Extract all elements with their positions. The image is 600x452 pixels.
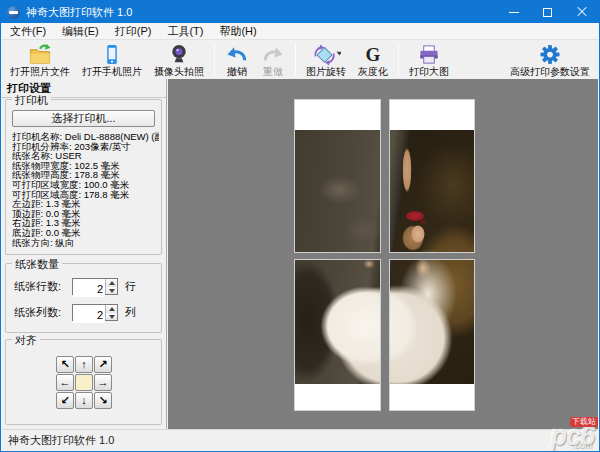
printer-info-line: 右边距: 1.3 毫米 bbox=[12, 218, 159, 228]
print-page-tile-2 bbox=[389, 99, 475, 253]
align-right-button[interactable]: → bbox=[94, 374, 112, 391]
align-center-button[interactable] bbox=[75, 374, 93, 391]
photo-bride bbox=[295, 130, 381, 253]
close-button[interactable] bbox=[565, 1, 599, 23]
menubar: 文件(F) 编辑(E) 打印(P) 工具(T) 帮助(H) bbox=[2, 23, 598, 40]
printer-info-line: 纸张名称: USER bbox=[12, 151, 159, 161]
printer-info-line: 纸张方向: 纵向 bbox=[12, 238, 159, 248]
pc6-watermark: pc6.com 下载站 bbox=[550, 423, 594, 449]
status-text: 神奇大图打印软件 1.0 bbox=[8, 434, 114, 446]
minimize-button[interactable] bbox=[497, 1, 531, 23]
phone-photos-icon bbox=[100, 43, 124, 66]
webcam-icon bbox=[167, 43, 191, 66]
print-page-tile-1 bbox=[294, 99, 381, 253]
spin-up-button[interactable] bbox=[106, 305, 117, 313]
toolbar-separator bbox=[295, 43, 296, 76]
printer-info-line: 纸张物理宽度: 102.5 毫米 bbox=[12, 161, 159, 171]
align-up-right-button[interactable]: ↗ bbox=[94, 356, 112, 373]
menu-help[interactable]: 帮助(H) bbox=[211, 23, 264, 39]
grayscale-g-icon: G bbox=[366, 43, 381, 66]
rotate-image-button[interactable]: 图片旋转 bbox=[301, 40, 351, 79]
spin-up-button[interactable] bbox=[106, 279, 117, 287]
print-large-image-button[interactable]: 打印大图 bbox=[404, 40, 454, 79]
printer-info-line: 可打印区域宽度: 100.0 毫米 bbox=[12, 180, 159, 190]
print-page-tile-4 bbox=[389, 259, 475, 411]
menu-print[interactable]: 打印(P) bbox=[107, 23, 160, 39]
paper-rows-spinner[interactable] bbox=[72, 278, 118, 295]
paper-count-group-title: 纸张数量 bbox=[12, 257, 62, 272]
paper-cols-input[interactable] bbox=[73, 308, 105, 323]
toolbar-separator bbox=[398, 43, 399, 76]
advanced-print-settings-button[interactable]: 高级打印参数设置 bbox=[505, 40, 595, 79]
printer-group-title: 打印机 bbox=[12, 93, 51, 108]
printer-info-line: 打印机分辨率: 203像素/英寸 bbox=[12, 142, 159, 152]
printer-info-line: 顶边距: 0.0 毫米 bbox=[12, 209, 159, 219]
paper-cols-row: 纸张列数: 列 bbox=[14, 304, 136, 321]
menu-file[interactable]: 文件(F) bbox=[2, 23, 54, 39]
rotate-image-icon bbox=[311, 43, 341, 66]
maximize-button[interactable] bbox=[531, 1, 565, 23]
print-settings-panel: 打印设置 打印机 选择打印机... 打印机名称: Deli DL-8888(NE… bbox=[2, 79, 167, 429]
app-icon bbox=[7, 6, 20, 19]
paper-cols-label: 纸张列数: bbox=[14, 305, 72, 320]
print-page-tile-3 bbox=[294, 259, 381, 411]
photo-bride bbox=[389, 259, 475, 384]
align-pad: ↖ ↑ ↗ ← → ↙ ↓ ↘ bbox=[56, 356, 112, 409]
photo-bride bbox=[389, 130, 475, 253]
toolbar-separator bbox=[214, 43, 215, 76]
print-large-icon bbox=[417, 43, 441, 66]
printer-info-line: 打印机名称: Deli DL-8888(NEW) (副本 1 bbox=[12, 132, 159, 142]
watermark-badge: 下载站 bbox=[570, 417, 598, 427]
grayscale-button[interactable]: G 灰度化 bbox=[353, 40, 393, 79]
printer-info-line: 可打印区域高度: 178.8 毫米 bbox=[12, 190, 159, 200]
printer-info: 打印机名称: Deli DL-8888(NEW) (副本 1 打印机分辨率: 2… bbox=[12, 132, 159, 247]
maximize-icon bbox=[543, 8, 552, 17]
align-down-button[interactable]: ↓ bbox=[75, 392, 93, 409]
paper-rows-input[interactable] bbox=[73, 282, 105, 297]
body: 打印设置 打印机 选择打印机... 打印机名称: Deli DL-8888(NE… bbox=[2, 79, 598, 429]
paper-rows-unit: 行 bbox=[125, 279, 136, 294]
watermark-com: .com bbox=[572, 440, 592, 450]
paper-count-group: 纸张数量 纸张行数: 行 纸张列数: 列 bbox=[5, 263, 162, 333]
align-group-title: 对齐 bbox=[12, 333, 40, 348]
align-up-button[interactable]: ↑ bbox=[75, 356, 93, 373]
printer-group: 打印机 选择打印机... 打印机名称: Deli DL-8888(NEW) (副… bbox=[5, 99, 162, 255]
paper-cols-spinner[interactable] bbox=[72, 304, 118, 321]
photo-bride bbox=[295, 259, 381, 384]
menu-tools[interactable]: 工具(T) bbox=[159, 23, 211, 39]
statusbar: 神奇大图打印软件 1.0 bbox=[2, 429, 598, 450]
spin-down-button[interactable] bbox=[106, 313, 117, 321]
titlebar: 神奇大图打印软件 1.0 bbox=[1, 1, 599, 23]
app-window: 神奇大图打印软件 1.0 文件(F) 编辑(E) 打印(P) 工具(T) 帮助(… bbox=[0, 0, 600, 452]
paper-cols-unit: 列 bbox=[125, 305, 136, 320]
redo-button[interactable]: 重做 bbox=[256, 40, 290, 79]
open-phone-photos-button[interactable]: 打开手机照片 bbox=[77, 40, 147, 79]
undo-button[interactable]: 撤销 bbox=[220, 40, 254, 79]
spin-down-button[interactable] bbox=[106, 287, 117, 295]
align-left-button[interactable]: ← bbox=[56, 374, 74, 391]
align-down-left-button[interactable]: ↙ bbox=[56, 392, 74, 409]
redo-icon bbox=[261, 43, 285, 66]
align-up-left-button[interactable]: ↖ bbox=[56, 356, 74, 373]
paper-rows-row: 纸张行数: 行 bbox=[14, 278, 136, 295]
undo-icon bbox=[225, 43, 249, 66]
select-printer-button[interactable]: 选择打印机... bbox=[12, 110, 155, 127]
menu-edit[interactable]: 编辑(E) bbox=[54, 23, 107, 39]
printer-info-line: 左边距: 1.3 毫米 bbox=[12, 199, 159, 209]
paper-rows-label: 纸张行数: bbox=[14, 279, 72, 294]
open-photo-file-button[interactable]: 打开照片文件 bbox=[5, 40, 75, 79]
webcam-capture-button[interactable]: 摄像头拍照 bbox=[149, 40, 209, 79]
printer-info-line: 底边距: 0.0 毫米 bbox=[12, 228, 159, 238]
toolbar: 打开照片文件 打开手机照片 摄像头拍照 bbox=[2, 40, 598, 79]
advanced-settings-gear-icon bbox=[538, 43, 562, 66]
align-group: 对齐 ↖ ↑ ↗ ← → ↙ ↓ ↘ bbox=[5, 339, 162, 425]
window-controls bbox=[497, 1, 599, 23]
minimize-icon bbox=[509, 12, 519, 13]
printer-info-line: 纸张物理高度: 178.8 毫米 bbox=[12, 170, 159, 180]
window-title: 神奇大图打印软件 1.0 bbox=[26, 1, 132, 23]
print-preview-area bbox=[168, 79, 598, 429]
align-down-right-button[interactable]: ↘ bbox=[94, 392, 112, 409]
open-photo-folder-icon bbox=[28, 43, 52, 66]
